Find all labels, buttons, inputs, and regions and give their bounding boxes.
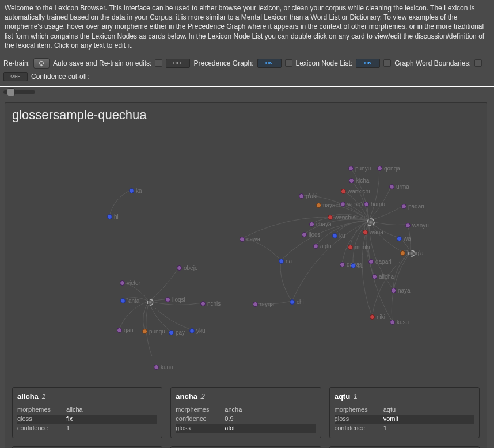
card-field-key: confidence xyxy=(17,424,66,433)
graph-node-ka[interactable]: ka xyxy=(129,188,142,194)
node-dot xyxy=(390,320,395,325)
card-field-value[interactable]: aqtu xyxy=(383,405,474,415)
graph-node-lloqsi2[interactable]: lloqsi xyxy=(302,231,322,238)
graph-node-punqu[interactable]: punqu xyxy=(142,328,165,335)
node-dot xyxy=(368,259,374,264)
card-row[interactable]: confidence1 xyxy=(335,424,474,433)
intro-text: Welcome to the Lexicon Browser. This int… xyxy=(0,0,494,56)
autosave-toggle[interactable]: OFF xyxy=(166,59,190,68)
boundaries-checkbox[interactable] xyxy=(474,59,482,67)
node-label: pay xyxy=(176,329,185,336)
retrain-label: Re-train: xyxy=(3,59,30,67)
card-title[interactable]: allcha 1 xyxy=(17,392,157,401)
graph-node-nayachi[interactable]: nayachi xyxy=(316,202,343,208)
graph-node-kusu[interactable]: kusu xyxy=(390,319,409,325)
graph-node-urma[interactable]: urma xyxy=(389,184,409,190)
node-label: yku xyxy=(196,328,206,334)
graph-node-nchis[interactable]: nchis xyxy=(200,301,221,307)
card-row[interactable]: confidence0.9 xyxy=(176,415,316,424)
graph-node-aqtu[interactable]: aqtu xyxy=(313,243,331,249)
retrain-button[interactable] xyxy=(33,58,50,69)
graph-node-kicha[interactable]: kicha xyxy=(349,177,369,184)
card-row[interactable]: confidence1 xyxy=(17,424,157,433)
card-row[interactable]: morphemesaqtu xyxy=(335,405,474,415)
graph-node-obeje[interactable]: obeje xyxy=(177,265,197,271)
card-row[interactable]: glossfix xyxy=(17,415,157,424)
node-dot xyxy=(364,202,369,207)
node-label: victor xyxy=(127,280,140,286)
cutoff-slider[interactable] xyxy=(3,90,35,94)
boundaries-toggle[interactable]: OFF xyxy=(3,72,28,81)
graph-node-pay[interactable]: pay xyxy=(169,329,185,336)
graph-node-wanyu[interactable]: wanyu xyxy=(405,222,429,229)
card-field-value[interactable]: 1 xyxy=(66,424,157,433)
precedence-toggle[interactable]: ON xyxy=(257,59,282,68)
node-label: kusu xyxy=(397,319,409,325)
graph-node-paqari[interactable]: paqari xyxy=(401,203,424,210)
graph-node-chi[interactable]: chi xyxy=(290,299,304,305)
lexicon-card-allcha[interactable]: allcha 1morphemesallchaglossfixconfidenc… xyxy=(12,387,162,438)
graph-node-ku2[interactable]: ku xyxy=(351,263,364,269)
card-row[interactable]: glossvomit xyxy=(335,415,474,424)
graph-hub-hub2[interactable] xyxy=(147,299,154,306)
graph-node-yku[interactable]: yku xyxy=(189,328,206,334)
node-label: ku xyxy=(358,263,364,269)
graph-node-rayqa[interactable]: rayqa xyxy=(253,301,274,307)
precedence-checkbox[interactable] xyxy=(285,59,292,67)
graph-node-wanchis[interactable]: wanchis xyxy=(328,214,355,221)
graph-node-anta[interactable]: 'anta xyxy=(120,298,139,304)
precedence-graph[interactable]: kahiobejevictor'antalloqsinchisqanpunqup… xyxy=(5,103,487,356)
node-dot xyxy=(389,184,394,189)
graph-node-wankichi[interactable]: wankichi xyxy=(341,188,370,195)
graph-node-niki[interactable]: niki xyxy=(370,314,385,320)
graph-node-kuna[interactable]: kuna xyxy=(154,364,173,370)
graph-hub-hub1[interactable] xyxy=(367,218,375,226)
card-field-value[interactable]: ancha xyxy=(225,405,316,415)
graph-node-wana[interactable]: wana xyxy=(363,229,383,236)
graph-node-punyu[interactable]: punyu xyxy=(348,165,371,172)
card-field-value[interactable]: alot xyxy=(225,424,316,433)
lexicon-card-aqtu[interactable]: aqtu 1morphemesaqtuglossvomitconfidence1 xyxy=(329,387,480,438)
graph-node-lloqsi[interactable]: lloqsi xyxy=(165,297,185,303)
card-field-value[interactable]: allcha xyxy=(66,405,157,415)
graph-hub-hub3[interactable] xyxy=(408,250,415,257)
node-dot xyxy=(189,328,195,333)
nodelist-toggle[interactable]: ON xyxy=(356,59,380,68)
card-row[interactable]: glossalot xyxy=(176,424,316,433)
graph-node-hamu[interactable]: hamu xyxy=(364,201,385,207)
node-dot xyxy=(391,288,396,293)
graph-node-victor[interactable]: victor xyxy=(120,280,140,286)
graph-node-qawa[interactable]: qawa xyxy=(240,236,260,242)
graph-node-wesq'a[interactable]: wesq'a xyxy=(340,201,365,207)
precedence-label: Precedence Graph: xyxy=(193,59,253,67)
node-dot xyxy=(328,215,333,220)
graph-node-qonqa[interactable]: qonqa xyxy=(377,165,400,172)
card-field-value[interactable]: vomit xyxy=(383,415,474,424)
graph-node-naya[interactable]: naya xyxy=(391,287,411,294)
card-field-value[interactable]: 1 xyxy=(383,424,474,433)
card-row[interactable]: morphemesallcha xyxy=(17,405,157,415)
graph-node-na[interactable]: na xyxy=(279,258,292,264)
node-label: naya xyxy=(398,287,411,294)
card-title[interactable]: aqtu 1 xyxy=(335,392,474,401)
card-field-value[interactable]: 0.9 xyxy=(225,415,316,424)
card-field-key: morphemes xyxy=(335,405,383,415)
lexicon-card-ancha[interactable]: ancha 2morphemesanchaconfidence0.9glossa… xyxy=(170,387,321,438)
graph-node-hi[interactable]: hi xyxy=(107,214,119,220)
graph-node-qan[interactable]: qan xyxy=(117,327,134,333)
graph-node-wa[interactable]: wa xyxy=(397,236,411,242)
graph-node-ku[interactable]: ku xyxy=(332,233,345,239)
autosave-checkbox[interactable] xyxy=(155,59,162,67)
graph-node-munki[interactable]: munki xyxy=(348,244,370,250)
node-dot xyxy=(120,280,125,286)
graph-node-p'aki[interactable]: p'aki xyxy=(299,193,317,199)
node-label: allcha xyxy=(379,274,394,280)
graph-node-allcha[interactable]: allcha xyxy=(372,274,394,280)
card-row[interactable]: morphemesancha xyxy=(176,405,316,415)
graph-node-chaya[interactable]: chaya xyxy=(309,221,332,227)
nodelist-checkbox[interactable] xyxy=(383,59,391,67)
graph-node-qapari2[interactable]: qapari xyxy=(368,259,392,265)
card-title[interactable]: ancha 2 xyxy=(176,392,316,401)
node-dot xyxy=(154,365,159,370)
card-field-value[interactable]: fix xyxy=(66,415,157,424)
